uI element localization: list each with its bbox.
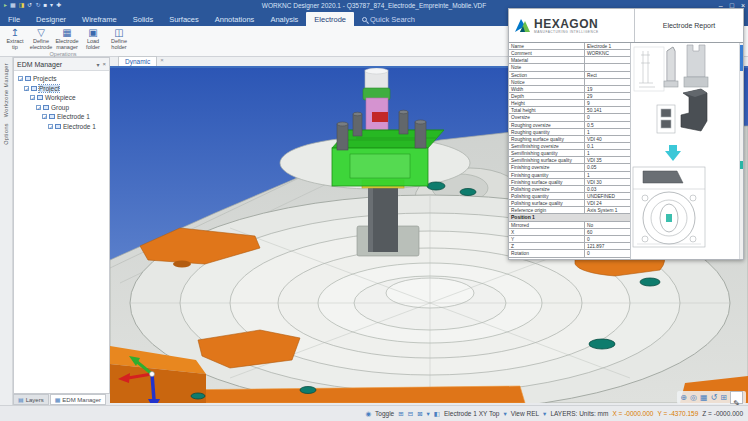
ribbon-button-label-line2: folder xyxy=(86,44,100,50)
report-row: Name Electrode 1 xyxy=(509,43,630,50)
qat-icon[interactable]: ▾ xyxy=(50,2,53,9)
ribbon-button[interactable]: ◫ Define holder xyxy=(107,27,131,50)
tab-layers[interactable]: ▤ Layers xyxy=(13,394,49,405)
ribbon-button[interactable]: ↥ Extract tip xyxy=(3,27,27,50)
report-row-value: 0.05 xyxy=(585,164,630,170)
qat-icon[interactable]: ■ xyxy=(43,2,47,9)
qat-icon[interactable]: ◨ xyxy=(19,2,25,9)
tree-item-electrode-1-child[interactable]: ✓ Electrode 1 xyxy=(14,122,109,132)
side-tab-options[interactable]: Options xyxy=(3,123,9,145)
tree-item-electrode-1[interactable]: ✓ Electrode 1 xyxy=(14,112,109,122)
checkbox[interactable]: ✓ xyxy=(30,95,35,100)
globe-icon[interactable]: ◉ xyxy=(365,410,371,418)
report-row-value: No xyxy=(585,222,630,228)
report-row-value: VDI 24 xyxy=(585,200,630,206)
hexagon-logo: HEXAGON MANUFACTURING INTELLIGENCE xyxy=(509,9,635,42)
annotate-button[interactable]: ✎ xyxy=(730,391,743,404)
qat-icon[interactable]: ↻ xyxy=(35,2,40,9)
view-rel-label[interactable]: View REL xyxy=(511,410,539,417)
report-row-value: VDI 40 xyxy=(585,136,630,142)
edm-manager-panel: EDM Manager ▾ × ✓ Projects ✓ Project ✓ W… xyxy=(13,57,110,394)
viewport-tab-dynamic[interactable]: Dynamic xyxy=(118,56,157,66)
ribbon-button-label-line2: manager xyxy=(56,44,78,50)
grid-toggle-icon-3[interactable]: ⊠ xyxy=(417,410,422,418)
tab-surfaces[interactable]: Surfaces xyxy=(161,12,207,26)
tab-annotations[interactable]: Annotations xyxy=(207,12,263,26)
report-row-label: Z xyxy=(509,243,585,249)
tree-item-project[interactable]: ✓ Project xyxy=(14,84,109,94)
tab-electrode[interactable]: Electrode xyxy=(306,12,354,26)
electrode-block-top xyxy=(332,130,444,148)
quick-search[interactable]: Quick Search xyxy=(354,12,423,26)
report-header: HEXAGON MANUFACTURING INTELLIGENCE Elect… xyxy=(509,9,743,43)
pin-icon[interactable]: ▾ xyxy=(96,61,99,68)
ribbon-button[interactable]: ▦ Electrode manager xyxy=(55,27,79,50)
ribbon-button[interactable]: ▣ Load folder xyxy=(81,27,105,50)
qat-icon[interactable]: ▸ xyxy=(4,2,7,9)
report-row-value: 19 xyxy=(585,86,630,92)
report-row-label: Oversize xyxy=(509,114,585,120)
report-row: Note xyxy=(509,64,630,71)
quick-access-toolbar: ▸▦◨↺↻■▾✚ xyxy=(0,2,61,9)
tree-item-workpiece[interactable]: ✓ Workpiece xyxy=(14,93,109,103)
chevron-down-icon[interactable]: ▾ xyxy=(543,410,546,418)
chevron-down-icon[interactable]: ▾ xyxy=(427,410,430,418)
scrollbar-thumb[interactable] xyxy=(740,45,743,71)
report-section-header: Position 1 xyxy=(509,214,630,222)
checkbox[interactable]: ✓ xyxy=(18,76,23,81)
report-row: Polishing quantity UNDEFINED xyxy=(509,193,630,200)
checkbox[interactable]: ✓ xyxy=(24,86,29,91)
qat-icon[interactable]: ▦ xyxy=(10,2,16,9)
checkbox[interactable]: ✓ xyxy=(42,114,47,119)
grid-toggle-icon-1[interactable]: ⊞ xyxy=(398,410,403,418)
report-row-label: Finishing oversize xyxy=(509,164,585,170)
tab-solids[interactable]: Solids xyxy=(125,12,161,26)
side-tab-workzone-manager[interactable]: Workzone Manager xyxy=(3,63,9,117)
tree-item-group[interactable]: ✓ Group xyxy=(14,103,109,113)
report-row-value: 0 xyxy=(585,250,630,256)
tab-analysis[interactable]: Analysis xyxy=(262,12,306,26)
chevron-down-icon[interactable]: ▾ xyxy=(503,410,506,418)
report-row: Semifinishing oversize 0.1 xyxy=(509,143,630,150)
active-view-label[interactable]: Electrode 1 XY Top xyxy=(444,410,499,417)
ribbon-button-icon: ▽ xyxy=(37,27,45,38)
checkbox[interactable]: ✓ xyxy=(36,105,41,110)
refresh-view-icon[interactable]: ↺ xyxy=(711,392,718,404)
grid-toggle-icon-2[interactable]: ⊟ xyxy=(408,410,413,418)
tree-item-projects[interactable]: ✓ Projects xyxy=(14,74,109,84)
report-row-value: 50.141 xyxy=(585,107,630,113)
report-row-label: Rotation xyxy=(509,250,585,256)
panel-close-icon[interactable]: × xyxy=(102,61,106,67)
hexagon-logo-mark xyxy=(514,17,531,34)
report-row: Finishing quantity 1 xyxy=(509,172,630,179)
side-tab-strip: Workzone Manager Options xyxy=(0,57,13,405)
qat-icon[interactable]: ✚ xyxy=(56,2,61,9)
report-row: Material xyxy=(509,57,630,64)
ribbon-button-label-line2: electrode xyxy=(30,44,53,50)
ribbon-button-label-line2: tip xyxy=(12,44,18,50)
tab-file[interactable]: File xyxy=(0,12,28,26)
report-row-label: Note xyxy=(509,64,585,70)
viewport-tab-close-icon[interactable]: × xyxy=(160,55,164,66)
rotate-view-icon[interactable]: ◎ xyxy=(690,392,697,404)
report-scrollbar[interactable] xyxy=(739,43,743,259)
tab-edm-manager[interactable]: ▦ EDM Manager xyxy=(50,394,106,405)
report-row: Finishing surface quality VDI 30 xyxy=(509,179,630,186)
ribbon-button[interactable]: ▽ Define electrode xyxy=(29,27,53,50)
checkbox[interactable]: ✓ xyxy=(48,124,53,129)
tab-designer[interactable]: Designer xyxy=(28,12,74,26)
report-row-value: UNDEFINED xyxy=(585,193,630,199)
folder-icon xyxy=(25,76,31,81)
status-bar: ◉ Toggle ⊞ ⊟ ⊠ ▾ ◧ Electrode 1 XY Top ▾ … xyxy=(0,405,748,421)
zoom-icon[interactable]: ⊕ xyxy=(680,392,687,404)
report-row: X 60 xyxy=(509,229,630,236)
grid-view-icon[interactable]: ▦ xyxy=(700,392,708,404)
report-row-label: Polishing quantity xyxy=(509,193,585,199)
qat-icon[interactable]: ↺ xyxy=(27,2,32,9)
toggle-label[interactable]: Toggle xyxy=(375,410,394,417)
report-row: Y 0 xyxy=(509,236,630,243)
report-row-value: 0 xyxy=(585,114,630,120)
tree-item-label: Electrode 1 xyxy=(63,123,96,130)
tab-wireframe[interactable]: Wireframe xyxy=(74,12,125,26)
fit-view-icon[interactable]: ⊞ xyxy=(720,392,727,404)
